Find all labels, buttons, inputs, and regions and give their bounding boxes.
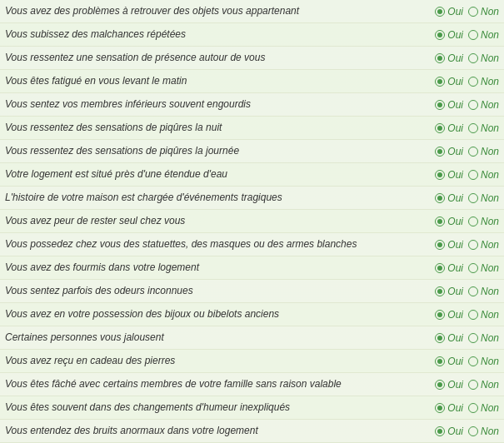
oui-radio[interactable] bbox=[435, 77, 445, 87]
oui-label: Oui bbox=[447, 356, 463, 367]
oui-radio[interactable] bbox=[435, 193, 445, 203]
oui-option[interactable]: Oui bbox=[435, 379, 463, 391]
oui-option[interactable]: Oui bbox=[435, 122, 463, 134]
non-label: Non bbox=[481, 402, 499, 414]
options-group: OuiNon bbox=[399, 169, 499, 181]
non-option[interactable]: Non bbox=[468, 286, 499, 297]
oui-option[interactable]: Oui bbox=[435, 402, 463, 414]
non-radio[interactable] bbox=[468, 403, 478, 413]
oui-radio[interactable] bbox=[435, 310, 445, 320]
non-radio[interactable] bbox=[468, 123, 478, 133]
non-radio[interactable] bbox=[468, 170, 478, 180]
options-group: OuiNon bbox=[399, 122, 499, 134]
oui-option[interactable]: Oui bbox=[435, 309, 463, 321]
non-option[interactable]: Non bbox=[468, 169, 499, 181]
non-option[interactable]: Non bbox=[468, 239, 499, 251]
oui-radio[interactable] bbox=[435, 100, 445, 110]
oui-radio[interactable] bbox=[435, 147, 445, 157]
non-radio[interactable] bbox=[468, 53, 478, 63]
question-text: Vous avez des fourmis dans votre logemen… bbox=[5, 261, 399, 275]
table-row: Vous avez des fourmis dans votre logemen… bbox=[0, 256, 504, 280]
non-radio[interactable] bbox=[468, 426, 478, 436]
non-option[interactable]: Non bbox=[468, 402, 499, 414]
question-text: Vous subissez des malchances répétées bbox=[5, 27, 399, 42]
non-label: Non bbox=[481, 99, 499, 111]
table-row: Vous ressentez des sensations de piqûres… bbox=[0, 140, 504, 163]
oui-option[interactable]: Oui bbox=[435, 426, 463, 437]
options-group: OuiNon bbox=[399, 309, 499, 321]
oui-option[interactable]: Oui bbox=[435, 356, 463, 367]
question-text: Vous avez peur de rester seul chez vous bbox=[5, 214, 399, 228]
oui-option[interactable]: Oui bbox=[435, 146, 463, 157]
oui-radio[interactable] bbox=[435, 263, 445, 273]
oui-option[interactable]: Oui bbox=[435, 239, 463, 251]
non-option[interactable]: Non bbox=[468, 29, 499, 41]
non-option[interactable]: Non bbox=[468, 122, 499, 134]
non-option[interactable]: Non bbox=[468, 146, 499, 157]
oui-option[interactable]: Oui bbox=[435, 76, 463, 87]
oui-option[interactable]: Oui bbox=[435, 332, 463, 344]
non-option[interactable]: Non bbox=[468, 332, 499, 344]
oui-radio[interactable] bbox=[435, 426, 445, 436]
non-option[interactable]: Non bbox=[468, 379, 499, 391]
oui-option[interactable]: Oui bbox=[435, 99, 463, 111]
oui-radio[interactable] bbox=[435, 286, 445, 296]
non-radio[interactable] bbox=[468, 193, 478, 203]
non-option[interactable]: Non bbox=[468, 192, 499, 204]
oui-radio[interactable] bbox=[435, 123, 445, 133]
non-option[interactable]: Non bbox=[468, 356, 499, 367]
non-label: Non bbox=[481, 332, 499, 344]
non-option[interactable]: Non bbox=[468, 426, 499, 437]
oui-radio[interactable] bbox=[435, 240, 445, 250]
oui-option[interactable]: Oui bbox=[435, 216, 463, 227]
non-radio[interactable] bbox=[468, 77, 478, 87]
non-radio[interactable] bbox=[468, 7, 478, 17]
non-radio[interactable] bbox=[468, 30, 478, 40]
non-option[interactable]: Non bbox=[468, 99, 499, 111]
options-group: OuiNon bbox=[399, 402, 499, 414]
non-option[interactable]: Non bbox=[468, 309, 499, 321]
non-label: Non bbox=[481, 122, 499, 134]
non-option[interactable]: Non bbox=[468, 52, 499, 64]
oui-radio[interactable] bbox=[435, 30, 445, 40]
non-radio[interactable] bbox=[468, 333, 478, 343]
oui-option[interactable]: Oui bbox=[435, 169, 463, 181]
non-label: Non bbox=[481, 146, 499, 157]
non-option[interactable]: Non bbox=[468, 216, 499, 227]
non-option[interactable]: Non bbox=[468, 76, 499, 87]
options-group: OuiNon bbox=[399, 76, 499, 87]
non-radio[interactable] bbox=[468, 310, 478, 320]
non-radio[interactable] bbox=[468, 356, 478, 366]
oui-radio[interactable] bbox=[435, 403, 445, 413]
oui-option[interactable]: Oui bbox=[435, 192, 463, 204]
non-radio[interactable] bbox=[468, 240, 478, 250]
non-radio[interactable] bbox=[468, 147, 478, 157]
non-radio[interactable] bbox=[468, 100, 478, 110]
non-option[interactable]: Non bbox=[468, 262, 499, 274]
oui-radio[interactable] bbox=[435, 7, 445, 17]
oui-option[interactable]: Oui bbox=[435, 286, 463, 297]
non-radio[interactable] bbox=[468, 217, 478, 226]
oui-radio[interactable] bbox=[435, 333, 445, 343]
oui-label: Oui bbox=[447, 332, 463, 344]
non-radio[interactable] bbox=[468, 380, 478, 390]
oui-option[interactable]: Oui bbox=[435, 262, 463, 274]
oui-label: Oui bbox=[447, 379, 463, 391]
non-option[interactable]: Non bbox=[468, 6, 499, 17]
oui-radio[interactable] bbox=[435, 53, 445, 63]
non-radio[interactable] bbox=[468, 263, 478, 273]
oui-option[interactable]: Oui bbox=[435, 52, 463, 64]
oui-label: Oui bbox=[447, 76, 463, 87]
oui-option[interactable]: Oui bbox=[435, 29, 463, 41]
table-row: Vous êtes fatigué en vous levant le mati… bbox=[0, 70, 504, 93]
table-row: Vous sentez parfois des odeurs inconnues… bbox=[0, 280, 504, 303]
oui-radio[interactable] bbox=[435, 380, 445, 390]
non-radio[interactable] bbox=[468, 286, 478, 296]
oui-radio[interactable] bbox=[435, 170, 445, 180]
oui-radio[interactable] bbox=[435, 217, 445, 226]
oui-option[interactable]: Oui bbox=[435, 6, 463, 17]
question-text: Vous êtes fâché avec certains membres de… bbox=[5, 377, 399, 391]
oui-label: Oui bbox=[447, 239, 463, 251]
oui-radio[interactable] bbox=[435, 356, 445, 366]
question-text: Vous êtes souvent dans des changements d… bbox=[5, 401, 399, 415]
